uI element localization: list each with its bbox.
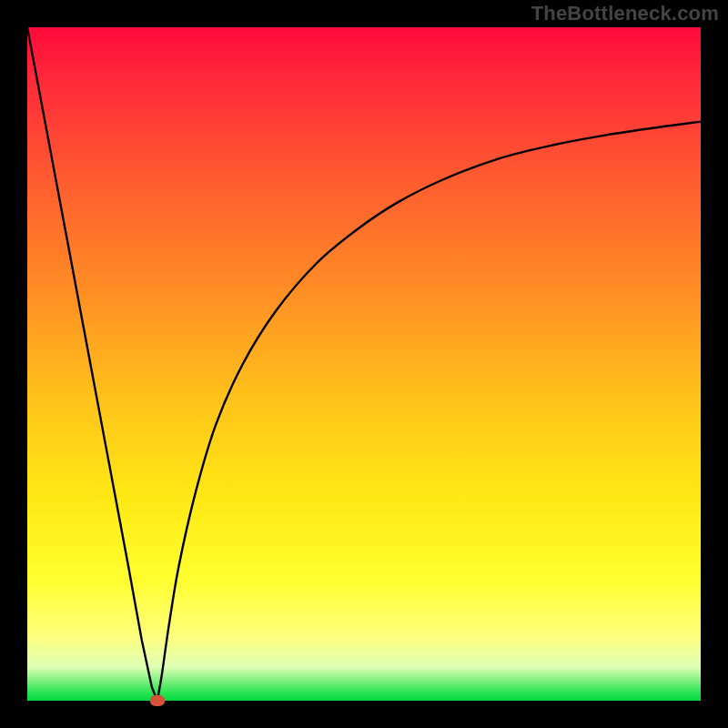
chart-frame: TheBottleneck.com bbox=[0, 0, 728, 728]
curve-right-segment bbox=[157, 122, 701, 701]
watermark-text: TheBottleneck.com bbox=[531, 2, 719, 25]
minimum-marker bbox=[150, 695, 165, 706]
plot-area bbox=[27, 27, 701, 701]
curve-svg bbox=[27, 27, 701, 701]
curve-left-segment bbox=[27, 27, 157, 701]
